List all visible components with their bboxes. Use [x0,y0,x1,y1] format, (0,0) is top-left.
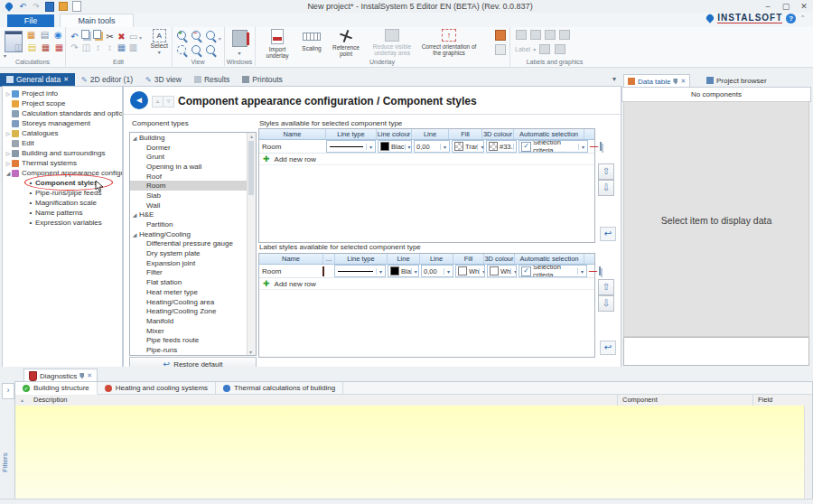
tab-heating-cooling-systems[interactable]: Heating and cooling systems [98,382,216,395]
move-down-button[interactable]: ⇩ [598,180,614,196]
copy-row-button[interactable] [599,266,601,275]
new-file-button[interactable] [72,2,81,11]
people-icon[interactable]: ◫ [13,42,24,53]
expand-icon[interactable]: ▷ [5,160,12,166]
expand-icon[interactable]: ▷ [5,150,12,156]
tab-close-icon[interactable]: ✕ [63,76,69,83]
sidebar-item-building-surroundings[interactable]: ▷Building and surroundings [5,148,106,158]
paste-icon[interactable] [93,30,101,39]
line-type-dropdown[interactable]: ▾ [326,140,376,153]
column-separator[interactable] [752,395,753,406]
tab-building-structure[interactable]: ✓ Building structure [15,382,98,395]
sidebar-item-project-info[interactable]: ▷Project info [5,89,58,98]
line-thickness-dropdown[interactable]: 0,00▾ [421,265,453,277]
tab-overflow-dropdown-icon[interactable]: ▾ [612,75,616,83]
tree-item-mixer[interactable]: Mixer [130,326,256,336]
tab-3d-view[interactable]: ✎ 3D view [139,73,188,86]
expand-icon[interactable]: ◢ [130,135,139,141]
zoom-out-icon[interactable] [192,31,201,40]
filters-label[interactable]: Filters [1,435,14,490]
colour-3d-dropdown[interactable]: #33.▾ [486,140,517,153]
underlay-settings-icon[interactable] [495,44,506,55]
expand-icon[interactable]: ◢ [130,231,139,238]
close-panel-icon[interactable]: ✕ [680,78,686,85]
sidebar-item-catalogues[interactable]: ▷Catalogues [5,128,58,138]
tree-group-heating-cooling[interactable]: ◢Heating/Cooling [130,229,256,239]
sidebar-item-project-scope[interactable]: Project scope [12,98,65,108]
fill-dropdown[interactable]: Trar▾ [452,140,484,153]
tree-item-pipe-runs[interactable]: Pipe-runs [130,345,256,355]
tree-scrollbar[interactable]: ▴▾ [247,133,256,355]
open-button[interactable] [59,2,68,11]
tree-group-building[interactable]: ◢Building [130,133,256,143]
maximize-button[interactable]: ▢ [777,1,795,13]
tab-results[interactable]: Results [188,73,236,86]
underlay-toggle-icon[interactable] [495,30,506,41]
tree-item-hc-area[interactable]: Heating/Cooling area [130,297,256,307]
app-logo-icon[interactable] [5,2,14,11]
sidebar-item-storeys-management[interactable]: Storeys management [12,118,90,128]
tree-item-roof[interactable]: Roof [130,172,256,182]
expand-filters-button[interactable]: › [2,383,14,399]
checkbox-icon[interactable]: ✓ [521,266,531,276]
shape-icon[interactable]: ▭ [127,32,139,42]
col-field[interactable]: Field [758,395,772,406]
tab-thermal-calculations[interactable]: Thermal calculations of building [216,382,343,395]
correct-orientation-button[interactable]: ↑ Correct orientation of the graphics [419,29,479,56]
move-down-icon[interactable]: ↕ [104,42,116,53]
back-button[interactable]: ◄ [130,91,148,109]
fill-dropdown[interactable]: Wh▾ [455,265,485,277]
zoom-prev-icon[interactable] [206,45,215,54]
sidebar-item-thermal-systems[interactable]: ▷Thermal systems [5,158,77,168]
pin-icon[interactable] [79,373,84,379]
tree-item-flat-station[interactable]: Flat station [130,277,256,287]
sidebar-item-expression-variables[interactable]: •Expression variables [28,218,102,228]
sidebar-item-magnification-scale[interactable]: •Magnification scale [28,198,97,208]
tab-data-table[interactable]: Data table ✕ [623,74,690,88]
col-component[interactable]: Component [622,395,658,406]
label-preview-button[interactable] [322,267,333,275]
col-description[interactable]: Description [33,395,68,406]
collapse-ribbon-icon[interactable]: ⌃ [799,14,806,23]
remove-row-button[interactable]: — [589,266,597,275]
zoom-area-icon[interactable] [177,45,186,54]
remove-row-button[interactable]: — [590,142,598,151]
expand-icon[interactable]: ◢ [130,211,139,218]
select-button[interactable]: A Select ▾ [151,29,168,55]
tree-item-filter[interactable]: Filter [130,268,256,278]
cut-icon[interactable]: ✂ [104,32,116,42]
styles-restore-button[interactable]: ↩ [600,227,616,241]
scaling-button[interactable]: Scaling [298,29,325,51]
buildings-icon[interactable]: ▤ [39,30,51,41]
tree-item-hc-zone[interactable]: Heating/Cooling Zone [130,306,256,316]
copy-row-button[interactable] [600,142,602,151]
calculations-dropdown-icon[interactable]: ▾ [4,52,6,59]
move-down-button-2[interactable]: ⇩ [598,295,614,312]
tree-item-expansion-joint[interactable]: Expansion joint [130,258,256,268]
close-diagnostics-icon[interactable]: ✕ [87,372,92,379]
tree-item-dpg[interactable]: Differential pressure gauge [130,239,256,249]
edit-more-dropdown-icon[interactable]: ▾ [139,35,142,41]
line-thickness-dropdown[interactable]: 0,00▾ [414,140,450,153]
tree-item-manifold[interactable]: Manifold [130,316,256,326]
diagnostics-tab[interactable]: Diagnostics ✕ [23,369,98,382]
zoom-fit-icon[interactable] [192,45,201,54]
undo-button[interactable]: ↶ [18,2,27,11]
swirl-icon[interactable]: ◉ [52,30,64,41]
tree-item-dormer[interactable]: Dormer [130,143,256,153]
tab-general-data[interactable]: General data ✕ [0,73,75,86]
scrollbar-thumb[interactable] [248,141,254,195]
windows-button[interactable]: ▾ [224,30,255,56]
line-colour-dropdown[interactable]: Blac▾ [378,140,412,153]
import-underlay-button[interactable]: Import underlay [260,29,294,59]
scroll-down-icon[interactable]: ▾ [249,349,252,355]
close-button[interactable]: ✕ [795,1,813,13]
tree-item-partition[interactable]: Partition [130,219,256,229]
layers-icon[interactable]: ▦ [40,42,51,53]
pin-icon[interactable] [673,79,678,85]
tree-item-heat-meter[interactable]: Heat meter type [130,287,256,297]
tab-2d-editor[interactable]: ✎ 2D editor (1) [75,73,139,86]
styles-add-new-row[interactable]: ✚ Add new row [259,154,594,165]
tree-item-opening[interactable]: Opening in a wall [130,162,256,172]
move-up-icon[interactable]: ↕ [92,42,104,53]
